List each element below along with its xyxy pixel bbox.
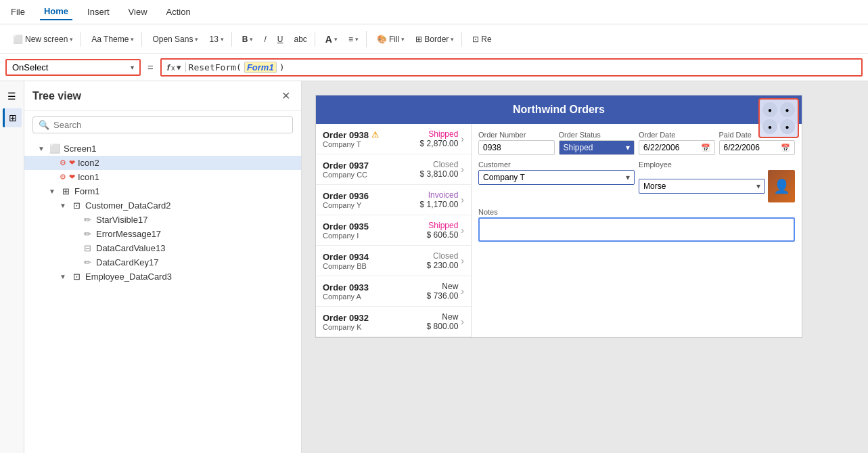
order-status-0936: Invoiced: [420, 190, 459, 200]
screen1-label: Screen1: [64, 144, 296, 154]
tree-item-icon1[interactable]: ⚙ ❤ Icon1: [24, 170, 301, 184]
font-color-button[interactable]: A▾: [321, 31, 342, 47]
italic-button[interactable]: /: [259, 32, 271, 47]
order-number-0937: Order 0937: [323, 160, 420, 171]
order-item-0935[interactable]: Order 0935 Company I Shipped $ 606.50 ›: [316, 215, 471, 246]
order-info-0932: Order 0932 Company K: [323, 313, 427, 331]
order-chevron-0935: ›: [461, 225, 464, 236]
order-amount-0932: $ 800.00: [427, 322, 459, 331]
order-chevron-0932: ›: [461, 316, 464, 327]
menu-home[interactable]: Home: [40, 3, 72, 20]
app-preview: Northwind Orders ● ● ● ●: [315, 95, 802, 338]
app-header: Northwind Orders ● ● ● ●: [316, 95, 802, 124]
border-button[interactable]: ⊞ Border ▾: [411, 32, 459, 47]
tree-item-employee-datacard3[interactable]: ▼ ⊡ Employee_DataCard3: [24, 269, 301, 284]
order-item-0934[interactable]: Order 0934 Company BB Closed $ 230.00 ›: [316, 246, 471, 276]
employee-select[interactable]: Morse ▾: [639, 179, 765, 194]
font-selector[interactable]: Open Sans ▾: [147, 32, 203, 47]
panel-header: Tree view ✕: [24, 81, 301, 111]
order-number-0933: Order 0933: [323, 282, 427, 293]
formula-bar: OnSelect ▾ = f x ▾ ResetForm( Form1 ): [0, 54, 868, 81]
icon1-label: Icon1: [78, 172, 296, 182]
tree-item-customer-datacard2[interactable]: ▼ ⊡ Customer_DataCard2: [24, 198, 301, 213]
main-layout: ☰ ⊞ Tree view ✕ 🔍 ▼ ⬜ Screen1 ⚙: [0, 81, 868, 453]
order-date-calendar-icon[interactable]: 📅: [701, 144, 710, 152]
sidebar-layers-icon[interactable]: ⊞: [3, 108, 22, 127]
menu-file[interactable]: File: [7, 4, 29, 20]
customer-dc2-chevron-icon: ▼: [60, 202, 68, 209]
tree-item-icon2[interactable]: ⚙ ❤ Icon2: [24, 156, 301, 170]
theme-button[interactable]: Aa Theme ▾: [87, 32, 139, 47]
customer-chevron-icon: ▾: [626, 173, 630, 182]
formula-equals: =: [145, 62, 156, 73]
screen1-icon: ⬜: [49, 144, 61, 154]
customer-select[interactable]: Company T ▾: [478, 170, 635, 185]
errormessage17-label: ErrorMessage17: [96, 229, 296, 239]
order-info-0937: Order 0937 Company CC: [323, 160, 420, 179]
order-amount-0933: $ 736.00: [427, 291, 459, 301]
employee-field-label: Employee: [639, 160, 795, 169]
tree-item-screen1[interactable]: ▼ ⬜ Screen1: [24, 142, 301, 156]
detail-panel: Order Number 0938 Order Status Shipped ▾: [472, 124, 802, 337]
order-item-0938[interactable]: Order 0938 ⚠ Company T Shipped $ 2,870.0…: [316, 124, 471, 154]
order-chevron-0938: ›: [461, 133, 464, 144]
theme-label: Theme: [104, 35, 129, 44]
order-status-field: Order Status Shipped ▾: [559, 131, 635, 155]
fill-button[interactable]: 🎨 Fill ▾: [372, 32, 409, 47]
order-item-0937[interactable]: Order 0937 Company CC Closed $ 3,810.00 …: [316, 154, 471, 185]
paid-date-input[interactable]: 6/22/2006 📅: [719, 140, 796, 155]
font-color-label: A: [325, 34, 332, 45]
re-label: Re: [481, 35, 491, 44]
employee-field: Employee Morse ▾ 👤: [639, 160, 795, 202]
panel-close-button[interactable]: ✕: [279, 88, 293, 104]
re-button[interactable]: ⊡ Re: [467, 32, 496, 47]
order-item-0933[interactable]: Order 0933 Company A New $ 736.00 ›: [316, 276, 471, 307]
order-item-0936[interactable]: Order 0936 Company Y Invoiced $ 1,170.00…: [316, 185, 471, 215]
formula-input-area[interactable]: f x ▾ ResetForm( Form1 ): [160, 58, 863, 77]
fx-chevron-icon: ▾: [177, 62, 181, 72]
customer-field-label: Customer: [478, 160, 635, 169]
search-box[interactable]: 🔍: [32, 116, 293, 133]
border-label: Border: [424, 35, 449, 44]
sidebar-hamburger-icon[interactable]: ☰: [3, 87, 22, 106]
bold-button[interactable]: B▾: [237, 32, 258, 47]
overlay-icon-2[interactable]: ●: [780, 102, 795, 117]
re-icon: ⊡: [472, 35, 479, 44]
tree-item-starvisible17[interactable]: ✏ StarVisible17: [24, 213, 301, 227]
warning-icon-0938: ⚠: [371, 130, 379, 139]
tree-item-errormessage17[interactable]: ✏ ErrorMessage17: [24, 227, 301, 241]
paid-date-calendar-icon[interactable]: 📅: [781, 144, 790, 152]
order-status-0935: Shipped: [427, 221, 459, 230]
order-number-input[interactable]: 0938: [478, 140, 555, 155]
underline-button[interactable]: U: [273, 32, 288, 47]
panel-title: Tree view: [32, 90, 273, 102]
search-input[interactable]: [53, 120, 287, 130]
tree-item-datacardvalue13[interactable]: ⊟ DataCardValue13: [24, 241, 301, 255]
order-number-value: 0938: [483, 143, 501, 152]
dcv-icon: ⊟: [81, 243, 93, 253]
menu-insert[interactable]: Insert: [83, 4, 114, 20]
bold-label: B: [242, 35, 248, 44]
datacardkey17-label: DataCardKey17: [96, 257, 296, 267]
order-number-field: Order Number 0938: [478, 131, 555, 155]
notes-input[interactable]: [478, 217, 795, 242]
font-size-selector[interactable]: 13 ▾: [204, 32, 228, 47]
align-button[interactable]: ≡▾: [344, 32, 363, 47]
fx-button[interactable]: f x ▾: [167, 62, 186, 72]
order-date-input[interactable]: 6/22/2006 📅: [639, 140, 715, 155]
employee-chevron-icon: ▾: [756, 181, 760, 191]
order-chevron-0934: ›: [461, 255, 464, 266]
new-screen-button[interactable]: ⬜ New screen ▾: [8, 32, 78, 47]
menu-view[interactable]: View: [124, 4, 152, 20]
overlay-icon-4[interactable]: ●: [780, 119, 795, 134]
tree-item-datacardkey17[interactable]: ✏ DataCardKey17: [24, 255, 301, 269]
order-status-select[interactable]: Shipped ▾: [559, 140, 635, 155]
tree-item-form1[interactable]: ▼ ⊞ Form1: [24, 184, 301, 198]
formula-selector[interactable]: OnSelect ▾: [5, 59, 141, 76]
notes-area: Notes: [478, 208, 795, 242]
overlay-icon-1[interactable]: ●: [762, 102, 777, 117]
order-item-0932[interactable]: Order 0932 Company K New $ 800.00 ›: [316, 307, 471, 337]
menu-action[interactable]: Action: [162, 4, 195, 20]
overlay-icon-3[interactable]: ●: [762, 119, 777, 134]
strikethrough-button[interactable]: abc: [290, 32, 312, 47]
